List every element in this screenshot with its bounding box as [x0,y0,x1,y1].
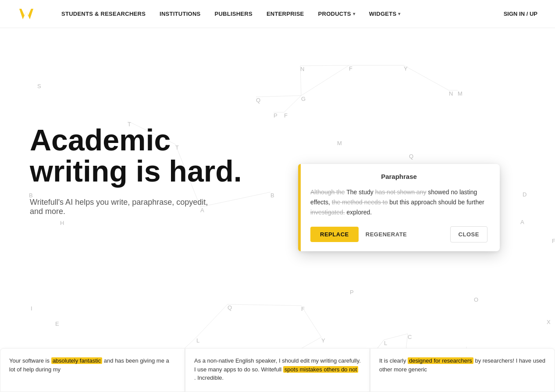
bg-letter: X [547,319,551,325]
bg-letter: L [384,340,387,346]
original-text-4: investigated. [310,209,345,216]
nav-students[interactable]: STUDENTS & RESEARCHERS [61,11,146,17]
close-button[interactable]: CLOSE [450,226,487,242]
paraphrase-title: Paraphrase [310,173,487,180]
logo-icon [18,5,35,23]
paraphrase-accent-bar [298,164,301,251]
paraphrase-text: Although the The study has not shown any… [310,187,487,217]
bg-letter: F [301,306,305,312]
svg-line-1 [300,66,301,96]
replacement-text-3: but this approach should be further [389,199,484,206]
bg-letter: N [300,66,304,72]
testimonial-3: It is clearly designed for researchers b… [370,348,555,392]
bg-letter: F [284,112,288,119]
bg-letter: C [408,334,412,340]
paraphrase-actions: REPLACE REGENERATE CLOSE [310,226,487,242]
testimonial-3-highlight: designed for researchers [408,357,473,364]
logo[interactable] [18,5,35,23]
bg-letter: G [301,96,306,102]
nav-institutions[interactable]: INSTITUTIONS [160,11,200,17]
nav-widgets[interactable]: WIDGETS ▾ [369,11,401,17]
replacement-text-4: explored. [347,209,372,216]
svg-line-2 [256,96,301,97]
bg-letter: M [337,140,342,146]
hero-section: STBHATBNGQPFFYMQNMDAFIEQFLYMBSPOCLIUBDID… [0,28,555,392]
nav-enterprise[interactable]: ENTERPRISE [267,11,304,17]
bg-letter: P [350,289,354,296]
nav-products[interactable]: PRODUCTS ▾ [318,11,355,17]
svg-line-17 [196,304,228,337]
bg-letter: A [520,219,524,225]
bg-letter: S [37,83,41,89]
bg-letter: H [60,220,64,226]
bg-letter: I [31,305,32,312]
paraphrase-card: Paraphrase Although the The study has no… [298,164,500,251]
bg-letter: D [523,191,527,198]
replacement-text: The study [346,189,375,196]
original-text-3: the method needs to [332,199,388,206]
testimonial-2: As a non-native English speaker, I shoul… [185,348,370,392]
testimonials: Your software is absolutely fantastic an… [0,348,555,392]
products-chevron-icon: ▾ [353,11,355,16]
svg-line-9 [404,65,449,90]
bg-letter: Q [256,97,260,103]
bg-letter: N [449,90,453,97]
bg-letter: Q [409,153,413,160]
testimonial-1: Your software is absolutely fantastic an… [0,348,185,392]
testimonial-2-highlight: spots mistakes others do not [283,366,358,373]
bg-letter: F [552,238,555,244]
hero-subtitle: Writefull's AI helps you write, paraphra… [30,198,223,216]
bg-letter: F [349,65,352,72]
nav-links: STUDENTS & RESEARCHERS INSTITUTIONS PUBL… [61,11,504,17]
svg-line-26 [377,340,384,348]
svg-line-18 [228,304,301,306]
navbar: STUDENTS & RESEARCHERS INSTITUTIONS PUBL… [0,0,555,28]
testimonial-1-highlight: absolutely fantastic [51,357,103,364]
bg-letter: Y [404,65,408,72]
hero-content: Academic writing is hard. Writefull's AI… [30,125,267,216]
testimonial-3-text-before: It is clearly [379,357,408,364]
bg-letter: E [55,321,59,327]
regenerate-button[interactable]: REGENERATE [366,227,407,242]
nav-publishers[interactable]: PUBLISHERS [214,11,252,17]
bg-letter: L [196,337,199,344]
bg-letter: B [270,192,274,199]
svg-line-21 [384,334,408,340]
original-text-strikethrough: Although the [310,189,345,196]
svg-line-3 [284,96,301,112]
bg-letter: P [274,112,278,119]
hero-title: Academic writing is hard. [30,125,267,187]
bg-letter: M [458,90,462,97]
bg-letter: Q [228,304,232,311]
svg-line-25 [377,340,384,348]
svg-line-7 [300,65,349,66]
bg-letter: O [474,296,478,303]
svg-line-5 [301,65,349,96]
original-text-2: has not shown any [375,189,427,196]
replace-button[interactable]: REPLACE [310,227,359,242]
testimonial-1-text-before: Your software is [9,357,51,364]
widgets-chevron-icon: ▾ [398,11,400,16]
svg-marker-0 [19,9,33,19]
testimonial-2-text-after: . Incredible. [194,374,224,381]
svg-line-19 [301,306,321,337]
signin-button[interactable]: SIGN IN / UP [504,11,537,17]
bg-letter: Y [321,337,325,344]
